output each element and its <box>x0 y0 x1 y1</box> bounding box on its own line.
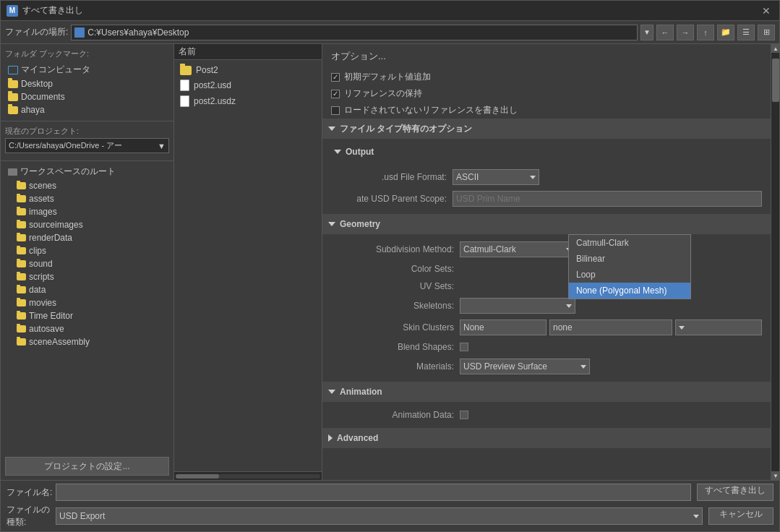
usd-format-value: ASCII <box>456 172 479 182</box>
uv-sets-label: UV Sets: <box>331 281 454 291</box>
vertical-scrollbar[interactable]: ▲ ▼ <box>771 44 779 480</box>
tree-scenes[interactable]: scenes <box>5 179 169 192</box>
bookmark-ahaya[interactable]: ahaya <box>5 103 169 116</box>
bookmark-desktop[interactable]: Desktop <box>5 77 169 90</box>
subdivision-method-select[interactable]: Catmull-Clark <box>460 241 575 257</box>
tree-scripts[interactable]: scripts <box>5 270 169 283</box>
materials-select[interactable]: USD Preview Surface <box>460 359 590 374</box>
tree-clips[interactable]: clips <box>5 244 169 257</box>
skin-clusters-select2[interactable] <box>675 319 762 335</box>
bottom-bar: ファイル名: すべて書き出し ファイルの種類: USD Export キャンセル <box>1 480 779 531</box>
file-item-post2-usdz[interactable]: post2.usdz <box>177 93 319 109</box>
select-arrow-icon <box>530 176 536 179</box>
animation-data-label: Animation Data: <box>331 410 454 420</box>
scrollbar-thumb <box>176 474 219 479</box>
folder-icon <box>17 182 26 189</box>
select-arrow-icon <box>580 365 586 369</box>
new-folder-button[interactable]: 📁 <box>717 25 734 40</box>
dropdown-bilinear[interactable]: Bilinear <box>569 251 690 267</box>
up-button[interactable]: ↑ <box>697 25 714 40</box>
tree-sourceimages[interactable]: sourceimages <box>5 218 169 231</box>
filename-input[interactable] <box>56 484 691 501</box>
tree-autosave[interactable]: autosave <box>5 322 169 335</box>
color-sets-row: Color Sets: <box>322 260 771 278</box>
geometry-section-header[interactable]: Geometry <box>322 214 771 234</box>
checkbox-preserve-refs[interactable]: ✓ <box>331 90 340 98</box>
materials-label: Materials: <box>331 361 454 372</box>
tree-workspace-root[interactable]: ワークスペースのルート <box>5 164 169 179</box>
path-input[interactable]: C:¥Users¥ahaya¥Desktop <box>71 25 638 40</box>
file-list-scrollbar[interactable] <box>174 471 322 480</box>
tree-data[interactable]: data <box>5 283 169 296</box>
skin-clusters-select[interactable]: None <box>460 319 547 335</box>
folder-icon <box>17 273 26 280</box>
tree-images[interactable]: images <box>5 205 169 218</box>
main-content: フォルダ ブックマーク: マイコンピュータ Desktop Documents … <box>1 44 779 480</box>
scroll-down-button[interactable]: ▼ <box>771 471 779 480</box>
path-dropdown-button[interactable]: ▼ <box>640 25 653 40</box>
tree-scenes-label: scenes <box>29 181 56 191</box>
animation-data-control <box>460 411 762 419</box>
animation-section-header[interactable]: Animation <box>322 382 771 402</box>
filename-row: ファイル名: すべて書き出し <box>7 484 773 501</box>
folder-icon <box>17 247 26 254</box>
project-label: 現在のプロジェクト: <box>5 126 169 137</box>
output-section-header[interactable]: Output <box>328 142 765 162</box>
export-button[interactable]: すべて書き出し <box>697 484 773 501</box>
bookmark-mycomputer[interactable]: マイコンピュータ <box>5 62 169 77</box>
file-item-post2-label: Post2 <box>196 65 218 75</box>
filetype-section-header[interactable]: ファイル タイプ特有のオプション <box>322 119 771 139</box>
tree-renderdata[interactable]: renderData <box>5 231 169 244</box>
tree-timeeditor[interactable]: Time Editor <box>5 309 169 322</box>
dropdown-loop[interactable]: Loop <box>569 267 690 283</box>
skeletons-select[interactable] <box>460 298 575 314</box>
checkbox-unloaded-refs[interactable] <box>331 106 340 115</box>
forward-button[interactable]: → <box>677 25 694 40</box>
scroll-thumb[interactable] <box>772 59 779 102</box>
blend-shapes-label: Blend Shapes: <box>331 342 454 352</box>
dropdown-none-polygonal[interactable]: None (Polygonal Mesh) <box>569 283 690 299</box>
checkbox-row-3: ロードされていないリファレンスを書き出し <box>322 102 771 119</box>
skeletons-row: Skeletons: <box>322 295 771 317</box>
tree-sceneassembly[interactable]: sceneAssembly <box>5 335 169 348</box>
list-view-button[interactable]: ☰ <box>737 25 755 40</box>
project-path-box[interactable]: C:/Users/ahaya/OneDrive - アー ▼ <box>5 138 169 153</box>
filetype-label: ファイルの種類: <box>7 504 50 528</box>
output-section-content: .usd File Format: ASCII ate USD Parent S… <box>322 162 771 214</box>
usd-parent-scope-input[interactable] <box>453 191 762 207</box>
animation-data-checkbox[interactable] <box>460 411 468 419</box>
filetype-select[interactable]: USD Export <box>56 507 703 525</box>
scroll-up-button[interactable]: ▲ <box>771 44 779 53</box>
project-settings-button[interactable]: プロジェクトの設定... <box>5 457 169 476</box>
file-item-post2-usd[interactable]: post2.usd <box>177 77 319 93</box>
app-icon: M <box>7 5 18 17</box>
folder-icon <box>17 338 26 346</box>
close-button[interactable]: ✕ <box>759 4 773 18</box>
workspace-root-icon <box>8 168 17 176</box>
skin-clusters-input[interactable] <box>549 319 672 335</box>
right-panel: オプション... ✓ 初期デフォルト値追加 ✓ リファレンスの保持 ロードされて… <box>322 44 779 480</box>
tree-sound[interactable]: sound <box>5 257 169 270</box>
usd-format-select[interactable]: ASCII <box>453 169 539 185</box>
usd-format-row: .usd File Format: ASCII <box>322 166 771 188</box>
checkbox-default-values[interactable]: ✓ <box>331 73 340 82</box>
grid-view-button[interactable]: ⊞ <box>758 25 775 40</box>
geometry-section-label: Geometry <box>340 219 380 229</box>
tree-sound-label: sound <box>29 259 53 269</box>
dropdown-catmull-clark[interactable]: Catmull-Clark <box>569 235 690 251</box>
tree-movies[interactable]: movies <box>5 296 169 309</box>
tree-sceneassembly-label: sceneAssembly <box>29 337 90 347</box>
tree-renderdata-label: renderData <box>29 233 72 243</box>
materials-control: USD Preview Surface <box>460 359 762 374</box>
back-button[interactable]: ← <box>656 25 674 40</box>
folder-icon <box>17 195 26 202</box>
folder-icon <box>17 260 26 267</box>
file-item-post2[interactable]: Post2 <box>177 63 319 77</box>
blend-shapes-checkbox[interactable] <box>460 343 468 351</box>
monitor-icon <box>8 66 18 74</box>
bookmark-documents[interactable]: Documents <box>5 90 169 103</box>
cancel-button[interactable]: キャンセル <box>708 507 773 525</box>
tree-assets[interactable]: assets <box>5 192 169 205</box>
animation-section-label: Animation <box>340 387 382 397</box>
advanced-section-header[interactable]: Advanced <box>322 428 771 448</box>
